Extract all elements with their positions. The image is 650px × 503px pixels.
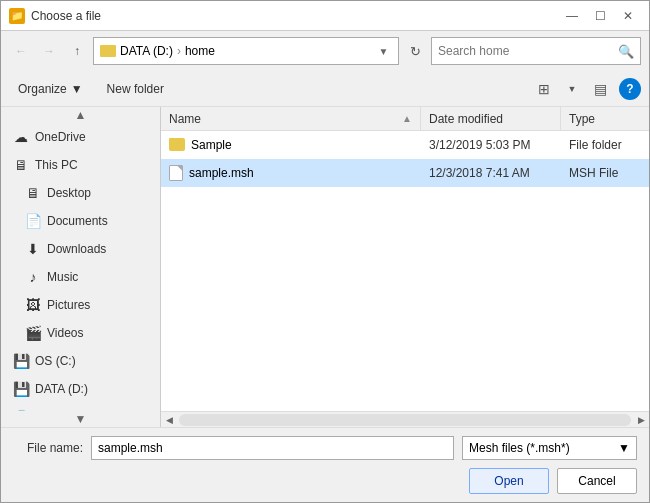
path-folder-icon [100, 45, 116, 57]
search-box[interactable]: 🔍 [431, 37, 641, 65]
sidebar-label-documents: Documents [47, 214, 108, 228]
view-button[interactable]: ⊞ [531, 76, 557, 102]
title-bar-icon: 📁 [9, 8, 25, 24]
path-part-data: DATA (D:) [120, 44, 173, 58]
file-list-header: Name ▲ Date modified Type [161, 107, 649, 131]
new-folder-label: New folder [107, 82, 164, 96]
file-name: sample.msh [189, 166, 254, 180]
sidebar-item-downloads[interactable]: ⬇ Downloads [1, 235, 160, 263]
file-name-cell: sample.msh [161, 165, 421, 181]
onedrive-icon: ☁ [13, 129, 29, 145]
open-button[interactable]: Open [469, 468, 549, 494]
title-bar-text: Choose a file [31, 9, 559, 23]
datad-icon: 💾 [13, 381, 29, 397]
sidebar-label-osc: OS (C:) [35, 354, 76, 368]
col-name-header[interactable]: Name ▲ [161, 107, 421, 130]
cancel-button[interactable]: Cancel [557, 468, 637, 494]
sidebar-label-videos: Videos [47, 326, 83, 340]
pictures-icon: 🖼 [25, 297, 41, 313]
thispc-icon: 🖥 [13, 157, 29, 173]
path-chevron: › [177, 44, 181, 58]
path-segment: DATA (D:) › home [120, 44, 215, 58]
col-name-label: Name [169, 112, 201, 126]
sidebar-item-onedrive[interactable]: ☁ OneDrive [1, 123, 160, 151]
file-date-cell: 12/3/2018 7:41 AM [421, 166, 561, 180]
folder-icon [169, 138, 185, 151]
main-content: ▲ ☁ OneDrive 🖥 This PC 🖥 Desktop 📄 Docum… [1, 107, 649, 427]
bottom-section: File name: Mesh files (*.msh*) ▼ Open Ca… [1, 427, 649, 502]
up-button[interactable]: ↑ [65, 39, 89, 63]
back-button[interactable]: ← [9, 39, 33, 63]
sidebar-label-pictures: Pictures [47, 298, 90, 312]
refresh-button[interactable]: ↻ [403, 39, 427, 63]
search-icon-button[interactable]: 🔍 [618, 44, 634, 59]
organize-dropdown-icon: ▼ [71, 82, 83, 96]
sidebar-label-music: Music [47, 270, 78, 284]
close-button[interactable]: ✕ [615, 6, 641, 26]
maximize-button[interactable]: ☐ [587, 6, 613, 26]
new-folder-button[interactable]: New folder [98, 76, 173, 102]
sidebar-item-os-c[interactable]: 💾 OS (C:) [1, 347, 160, 375]
pane-button[interactable]: ▤ [587, 76, 613, 102]
address-path[interactable]: DATA (D:) › home ▼ [93, 37, 399, 65]
file-type-cell: MSH File [561, 166, 649, 180]
sidebar-scroll-down[interactable]: ▼ [1, 411, 160, 427]
file-name: Sample [191, 138, 232, 152]
forward-button[interactable]: → [37, 39, 61, 63]
sidebar-item-music[interactable]: ♪ Music [1, 263, 160, 291]
sidebar-item-thispc[interactable]: 🖥 This PC [1, 151, 160, 179]
sidebar-scroll-up[interactable]: ▲ [1, 107, 160, 123]
horizontal-scrollbar[interactable]: ◀ ▶ [161, 411, 649, 427]
file-date-cell: 3/12/2019 5:03 PM [421, 138, 561, 152]
desktop-icon: 🖥 [25, 185, 41, 201]
path-dropdown-button[interactable]: ▼ [374, 37, 392, 65]
path-part-home: home [185, 44, 215, 58]
sidebar-label-desktop: Desktop [47, 186, 91, 200]
minimize-button[interactable]: — [559, 6, 585, 26]
downloads-icon: ⬇ [25, 241, 41, 257]
address-bar: ← → ↑ DATA (D:) › home ▼ ↻ 🔍 [1, 31, 649, 71]
view-dropdown-button[interactable]: ▼ [563, 76, 581, 102]
sidebar-item-data-d[interactable]: 💾 DATA (D:) [1, 375, 160, 403]
h-scroll-left-button[interactable]: ◀ [161, 412, 177, 428]
h-scroll-track [179, 414, 631, 426]
sidebar-item-documents[interactable]: 📄 Documents [1, 207, 160, 235]
title-bar-controls: — ☐ ✕ [559, 6, 641, 26]
file-list: Sample 3/12/2019 5:03 PM File folder sam… [161, 131, 649, 411]
sort-arrow: ▲ [402, 113, 412, 124]
buttons-row: Open Cancel [13, 468, 637, 494]
file-name-cell: Sample [161, 138, 421, 152]
msh-file-icon [169, 165, 183, 181]
sidebar-item-pictures[interactable]: 🖼 Pictures [1, 291, 160, 319]
file-chooser-dialog: 📁 Choose a file — ☐ ✕ ← → ↑ DATA (D:) › … [0, 0, 650, 503]
sidebar-item-videos[interactable]: 🎬 Videos [1, 319, 160, 347]
videos-icon: 🎬 [25, 325, 41, 341]
file-list-container: Name ▲ Date modified Type Sample [161, 107, 649, 427]
organize-label: Organize [18, 82, 67, 96]
osc-icon: 💾 [13, 353, 29, 369]
filename-input[interactable] [91, 436, 454, 460]
toolbar: Organize ▼ New folder ⊞ ▼ ▤ ? [1, 71, 649, 107]
filetype-dropdown[interactable]: Mesh files (*.msh*) ▼ [462, 436, 637, 460]
organize-button[interactable]: Organize ▼ [9, 76, 92, 102]
filename-row: File name: Mesh files (*.msh*) ▼ [13, 436, 637, 460]
title-bar: 📁 Choose a file — ☐ ✕ [1, 1, 649, 31]
sidebar-label-thispc: This PC [35, 158, 78, 172]
cancel-label: Cancel [578, 474, 615, 488]
col-type-header[interactable]: Type [561, 107, 649, 130]
table-row[interactable]: Sample 3/12/2019 5:03 PM File folder [161, 131, 649, 159]
sidebar-label-datad: DATA (D:) [35, 382, 88, 396]
filetype-dropdown-icon: ▼ [618, 441, 630, 455]
open-label: Open [494, 474, 523, 488]
search-input[interactable] [438, 44, 618, 58]
col-date-header[interactable]: Date modified [421, 107, 561, 130]
help-button[interactable]: ? [619, 78, 641, 100]
col-date-label: Date modified [429, 112, 503, 126]
music-icon: ♪ [25, 269, 41, 285]
filetype-label: Mesh files (*.msh*) [469, 441, 570, 455]
sidebar-label-downloads: Downloads [47, 242, 106, 256]
sidebar-item-desktop[interactable]: 🖥 Desktop [1, 179, 160, 207]
table-row[interactable]: sample.msh 12/3/2018 7:41 AM MSH File [161, 159, 649, 187]
h-scroll-right-button[interactable]: ▶ [633, 412, 649, 428]
documents-icon: 📄 [25, 213, 41, 229]
